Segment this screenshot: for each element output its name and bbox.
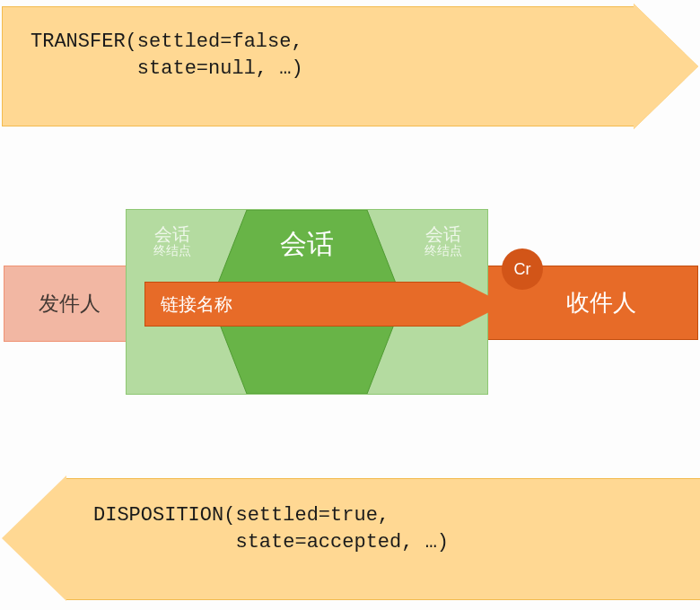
disposition-text: DISPOSITION(settled=true, state=accepted… <box>93 502 449 555</box>
sender-box: 发件人 <box>4 266 136 342</box>
diagram-row: 发件人 收件人 会话 会话 终结点 会话 终结点 链接名称 Cr <box>0 209 700 393</box>
link-label: 链接名称 <box>161 292 232 317</box>
transfer-arrow: TRANSFER(settled=false, state=null, …) <box>2 4 698 127</box>
credit-badge: Cr <box>502 248 543 290</box>
link-arrow-head-icon <box>460 282 505 327</box>
endpoint-left-line2: 终结点 <box>132 244 213 257</box>
sender-label: 发件人 <box>39 290 101 318</box>
session-box: 会话 会话 终结点 会话 终结点 链接名称 <box>126 209 488 395</box>
link-arrow: 链接名称 <box>144 282 505 327</box>
transfer-text: TRANSFER(settled=false, state=null, …) <box>31 29 303 82</box>
endpoint-right-line1: 会话 <box>403 224 484 244</box>
disposition-arrow: DISPOSITION(settled=true, state=accepted… <box>2 475 698 601</box>
session-title: 会话 <box>211 226 403 263</box>
session-endpoint-right: 会话 终结点 <box>403 224 484 257</box>
receiver-label: 收件人 <box>566 287 636 318</box>
credit-label: Cr <box>514 260 531 279</box>
session-endpoint-left: 会话 终结点 <box>132 224 213 257</box>
endpoint-left-line1: 会话 <box>132 224 213 244</box>
arrow-head-left-icon <box>2 475 66 601</box>
arrow-head-right-icon <box>634 4 698 129</box>
endpoint-right-line2: 终结点 <box>403 244 484 257</box>
